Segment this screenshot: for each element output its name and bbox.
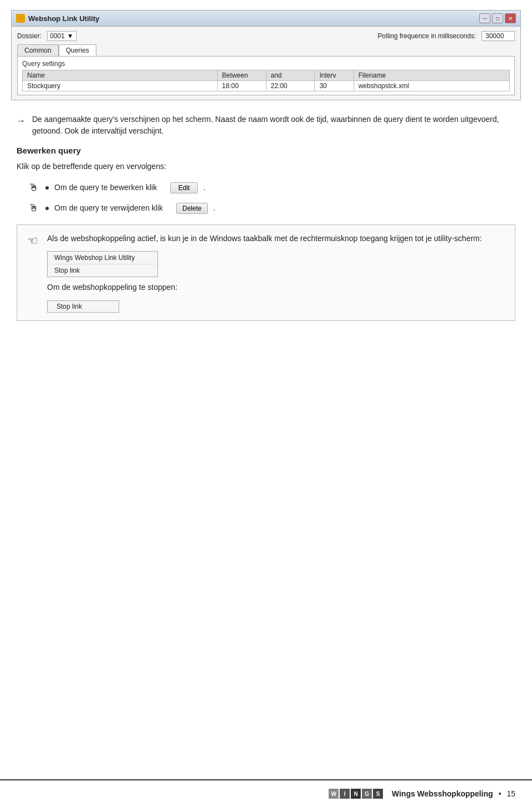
stop-link-button[interactable]: Stop link xyxy=(47,300,119,313)
stop-para: Om de webshopkoppeling te stoppen: Stop … xyxy=(47,283,505,313)
context-menu-item-2[interactable]: Stop link xyxy=(48,264,157,277)
bullet-dot-2 xyxy=(45,207,49,210)
titlebar: Webshop Link Utility ─ □ ✕ xyxy=(12,11,520,27)
dropdown-arrow-icon: ▼ xyxy=(67,32,74,40)
footer-page: • xyxy=(499,789,502,798)
cell-interv: 30 xyxy=(315,81,354,91)
logo-w: W xyxy=(329,789,339,799)
delete-button[interactable]: Delete xyxy=(176,203,208,214)
sub-para: Klik op de betreffende query en vervolge… xyxy=(17,161,515,172)
col-header-filename: Filename xyxy=(354,70,509,81)
utility-window: Webshop Link Utility ─ □ ✕ Dossier: 0001… xyxy=(11,10,521,100)
cell-and: 22:00 xyxy=(266,81,315,91)
tab-content: Query settings Name Between and Interv F… xyxy=(17,56,515,95)
close-button[interactable]: ✕ xyxy=(505,13,516,23)
window-title: Webshop Link Utility xyxy=(28,14,99,23)
intro-text: De aangemaakte query's verschijnen op he… xyxy=(32,114,515,137)
list-item-delete: 🖱 Om de query te verwijderen klik Delete… xyxy=(28,201,515,216)
edit-period: . xyxy=(203,182,206,193)
logo-g: G xyxy=(362,789,372,799)
page-number: 15 xyxy=(507,789,515,798)
logo-i: I xyxy=(340,789,350,799)
page-footer: W I N G S Wings Websshopkoppeling • 15 xyxy=(0,779,532,807)
restore-button[interactable]: □ xyxy=(492,13,503,23)
bullet-dot xyxy=(45,186,49,190)
section-heading: Bewerken query xyxy=(17,146,515,155)
delete-cursor-icon: 🖱 xyxy=(28,201,40,216)
query-settings-label: Query settings xyxy=(22,60,510,68)
cell-name: Stockquery xyxy=(23,81,218,91)
note-icon: ☜ xyxy=(27,234,38,248)
app-icon xyxy=(16,14,25,23)
tab-common[interactable]: Common xyxy=(17,44,59,56)
cell-between: 18:00 xyxy=(217,81,266,91)
intro-paragraph: → De aangemaakte query's verschijnen op … xyxy=(17,114,515,137)
logo-n: N xyxy=(351,789,361,799)
dossier-select[interactable]: 0001 ▼ xyxy=(47,31,76,41)
minimize-button[interactable]: ─ xyxy=(479,13,490,23)
note-text: Als de webshopkoppeling actief, is kun j… xyxy=(47,233,505,244)
note-content: Als de webshopkoppeling actief, is kun j… xyxy=(47,233,505,313)
note-box: ☜ Als de webshopkoppeling actief, is kun… xyxy=(17,224,515,321)
col-header-interv: Interv xyxy=(315,70,354,81)
col-header-between: Between xyxy=(217,70,266,81)
main-content: → De aangemaakte query's verschijnen op … xyxy=(0,100,532,321)
arrow-icon: → xyxy=(17,114,25,127)
toolbar: Dossier: 0001 ▼ Polling frequence in mil… xyxy=(17,31,515,41)
tabs-row: Common Queries xyxy=(17,44,515,56)
tab-queries[interactable]: Queries xyxy=(59,44,96,56)
footer-logo: W I N G S xyxy=(329,789,383,799)
col-header-name: Name xyxy=(23,70,218,81)
list-item-edit: 🖱 Om de query te bewerken klik Edit . xyxy=(28,180,515,195)
delete-text: Om de query te verwijderen klik xyxy=(54,202,163,214)
edit-cursor-icon: 🖱 xyxy=(28,180,40,195)
table-row[interactable]: Stockquery 18:00 22:00 30 webshopstck.xm… xyxy=(23,81,510,91)
stop-para-text: Om de webshopkoppeling te stoppen: xyxy=(47,283,505,292)
query-table: Name Between and Interv Filename Stockqu… xyxy=(22,70,510,91)
context-menu: Wings Webshop Link Utility Stop link xyxy=(47,251,158,277)
context-menu-item-1[interactable]: Wings Webshop Link Utility xyxy=(48,252,157,264)
polling-value: 30000 xyxy=(482,31,515,41)
edit-text: Om de query te bewerken klik xyxy=(54,182,157,193)
polling-label: Polling frequence in milliseconds: xyxy=(378,32,476,40)
footer-brand: Wings Websshopkoppeling xyxy=(392,789,493,798)
col-header-and: and xyxy=(266,70,315,81)
logo-s: S xyxy=(373,789,383,799)
dossier-label: Dossier: xyxy=(17,32,42,40)
bullet-list: 🖱 Om de query te bewerken klik Edit . 🖱 … xyxy=(17,180,515,216)
delete-period: . xyxy=(213,202,216,214)
title-left: Webshop Link Utility xyxy=(16,14,99,23)
window-body: Dossier: 0001 ▼ Polling frequence in mil… xyxy=(12,27,520,100)
edit-button[interactable]: Edit xyxy=(170,182,198,193)
cell-filename: webshopstck.xml xyxy=(354,81,509,91)
window-controls: ─ □ ✕ xyxy=(479,13,516,23)
dossier-value: 0001 xyxy=(50,32,65,40)
